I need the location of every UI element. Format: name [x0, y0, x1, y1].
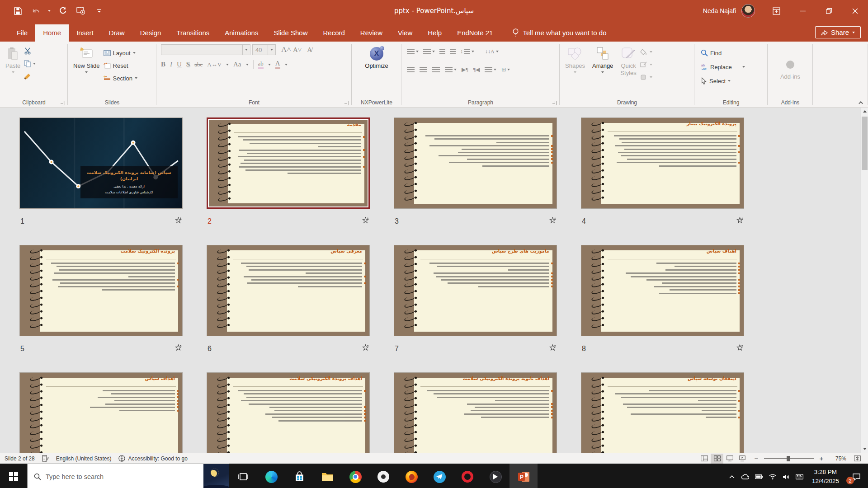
- action-center-button[interactable]: 2: [844, 464, 868, 488]
- slide-thumbnail[interactable]: اهداف ثانویه پرونده الکترونیکی سلامت: [394, 372, 557, 453]
- slide-thumbnail[interactable]: مقدمه: [207, 117, 370, 209]
- slide-thumbnail[interactable]: ماموریت های طرح سپاس: [394, 245, 557, 336]
- redo-icon[interactable]: [57, 5, 69, 17]
- transition-star-icon[interactable]: [175, 344, 182, 353]
- transition-star-icon[interactable]: [736, 217, 743, 225]
- user-name[interactable]: Neda Najafi: [703, 7, 736, 14]
- normal-view-button[interactable]: [698, 454, 711, 464]
- section-button[interactable]: Section: [104, 73, 137, 83]
- underline-button[interactable]: U: [177, 61, 182, 68]
- font-color-button[interactable]: A: [275, 60, 280, 69]
- tell-me-search[interactable]: Tell me what you want to do: [512, 28, 606, 42]
- slide-thumbnail[interactable]: پرونده الکترونیک سلامت: [19, 245, 183, 336]
- taskbar-clock[interactable]: 3:28 PM 12/4/2025: [807, 468, 844, 485]
- optimize-button[interactable]: X Optimize: [354, 44, 400, 97]
- shapes-button[interactable]: Shapes: [561, 44, 589, 97]
- start-slideshow-icon[interactable]: [75, 5, 87, 17]
- copy-button[interactable]: [24, 59, 36, 69]
- ribbon-display-options-icon[interactable]: [763, 0, 789, 22]
- opera-app[interactable]: [453, 464, 481, 488]
- tab-record[interactable]: Record: [315, 24, 352, 42]
- accessibility-status[interactable]: Accessibility: Good to go: [118, 455, 187, 462]
- vertical-scrollbar[interactable]: [860, 108, 868, 453]
- transition-star-icon[interactable]: [362, 217, 369, 225]
- italic-button[interactable]: I: [170, 61, 172, 68]
- task-view-button[interactable]: [229, 464, 257, 488]
- slide-thumbnail[interactable]: معرفی سپاس: [207, 245, 370, 336]
- tab-review[interactable]: Review: [353, 24, 390, 42]
- minimize-button[interactable]: [789, 0, 816, 22]
- volume-icon[interactable]: [779, 464, 793, 488]
- customize-qat-icon[interactable]: [93, 5, 105, 17]
- hidden-icons-button[interactable]: [725, 464, 739, 488]
- ltr-direction-button[interactable]: ▶¶: [462, 66, 468, 73]
- select-button[interactable]: Select: [701, 76, 766, 86]
- clear-formatting-button[interactable]: A̸: [307, 46, 312, 54]
- font-size-combobox[interactable]: 40: [252, 44, 276, 55]
- messenger-app[interactable]: [425, 464, 453, 488]
- align-center-button[interactable]: [420, 67, 427, 73]
- media-player-app[interactable]: [481, 464, 509, 488]
- edge-app[interactable]: [257, 464, 285, 488]
- tab-draw[interactable]: Draw: [101, 24, 132, 42]
- tab-help[interactable]: Help: [420, 24, 449, 42]
- align-right-button[interactable]: [432, 67, 440, 73]
- slide-counter[interactable]: Slide 2 of 28: [5, 455, 35, 462]
- shape-effects-button[interactable]: [640, 72, 652, 82]
- convert-smartart-button[interactable]: ⊞: [501, 66, 510, 73]
- reset-button[interactable]: Reset: [104, 61, 137, 70]
- slide-thumbnail[interactable]: اهداف پرونده الکترونیکی سلامت: [207, 372, 370, 453]
- tab-home[interactable]: Home: [35, 24, 69, 42]
- start-button[interactable]: [0, 464, 27, 488]
- slideshow-view-button[interactable]: [736, 454, 749, 464]
- slide-thumbnail[interactable]: اهداف سپاس: [19, 372, 183, 453]
- change-case-button[interactable]: Aa: [233, 61, 241, 68]
- decrease-font-size-button[interactable]: A˅: [293, 46, 302, 54]
- cut-button[interactable]: [24, 46, 36, 56]
- transition-star-icon[interactable]: [362, 344, 369, 353]
- zoom-out-button[interactable]: −: [753, 455, 760, 462]
- zoom-in-button[interactable]: +: [818, 455, 825, 462]
- tab-transitions[interactable]: Transitions: [169, 24, 217, 42]
- tab-endnote[interactable]: EndNote 21: [449, 24, 500, 42]
- taskbar-search[interactable]: Type here to search: [27, 464, 229, 488]
- format-painter-button[interactable]: [24, 71, 36, 81]
- tab-insert[interactable]: Insert: [69, 24, 101, 42]
- zoom-slider-thumb[interactable]: [787, 456, 790, 461]
- onedrive-icon[interactable]: [739, 464, 752, 488]
- highlight-color-button[interactable]: ab: [258, 60, 264, 69]
- language-indicator[interactable]: English (United States): [56, 455, 112, 462]
- reading-view-button[interactable]: [723, 454, 736, 464]
- undo-icon[interactable]: [30, 5, 42, 17]
- save-icon[interactable]: [12, 5, 24, 17]
- slide-thumbnail[interactable]: [394, 117, 557, 209]
- wifi-icon[interactable]: [766, 464, 779, 488]
- language-keyboard-icon[interactable]: [793, 464, 807, 488]
- justify-button[interactable]: [445, 67, 457, 73]
- increase-font-size-button[interactable]: A˄: [281, 45, 291, 54]
- share-button[interactable]: Share: [815, 26, 861, 38]
- battery-icon[interactable]: [752, 464, 766, 488]
- strikethrough-button[interactable]: abe: [194, 61, 203, 68]
- text-shadow-button[interactable]: S: [186, 61, 190, 68]
- tab-design[interactable]: Design: [132, 24, 169, 42]
- zoom-slider[interactable]: [764, 458, 814, 459]
- tab-view[interactable]: View: [390, 24, 420, 42]
- transition-star-icon[interactable]: [175, 217, 182, 225]
- chrome-app[interactable]: [341, 464, 369, 488]
- quick-styles-button[interactable]: Quick Styles: [617, 44, 640, 97]
- zoom-percent[interactable]: 75%: [829, 455, 846, 462]
- notes-button[interactable]: [42, 455, 49, 462]
- numbering-button[interactable]: [423, 49, 435, 55]
- collapse-ribbon-button[interactable]: [857, 99, 865, 106]
- store-app[interactable]: [285, 464, 313, 488]
- scroll-down-button[interactable]: [861, 445, 868, 453]
- fit-to-window-button[interactable]: [851, 454, 863, 464]
- columns-button[interactable]: [485, 67, 496, 73]
- new-slide-button[interactable]: New Slide: [70, 44, 104, 97]
- bullets-button[interactable]: [407, 49, 419, 55]
- text-direction-button[interactable]: ↓↓A: [485, 48, 499, 55]
- search-highlight-image[interactable]: [203, 464, 229, 488]
- shape-outline-button[interactable]: [640, 60, 652, 70]
- bold-button[interactable]: B: [161, 61, 165, 68]
